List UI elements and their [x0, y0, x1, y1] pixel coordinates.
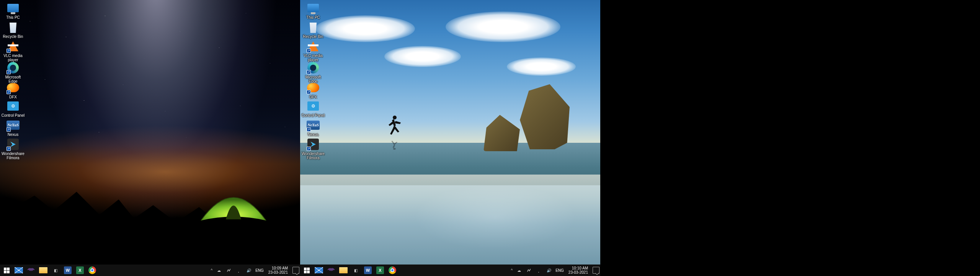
desktop-icon-nexus[interactable]: NeXuSNexus	[301, 119, 325, 137]
tray-overflow-chevron-icon[interactable]: ^	[211, 268, 212, 273]
icon-label: Recycle Bin	[301, 34, 325, 39]
desktop-icon-vlc[interactable]: VLC media player	[301, 40, 325, 62]
language-indicator[interactable]: ENG	[255, 268, 264, 273]
cloud	[384, 46, 461, 67]
desktop-icon-this-pc[interactable]: This PC	[301, 2, 325, 20]
shortcut-arrow-icon	[307, 49, 311, 53]
taskbar-clock[interactable]: 10:09 AM 23-03-2021	[267, 266, 289, 274]
taskbar-excel[interactable]: X	[74, 265, 86, 276]
shortcut-arrow-icon	[307, 147, 311, 151]
word-icon: W	[364, 266, 372, 274]
system-tray: ^ ☁ 🗲 ⡀ 🔊 ENG 10:09 AM 23-03-2021	[211, 266, 300, 274]
running-person-reflection	[386, 139, 402, 150]
system-tray: ^ ☁ 🗲 ⡀ 🔊 ENG 10:10 AM 23-03-2021	[511, 266, 600, 274]
cloud	[315, 15, 415, 42]
wifi-tray-icon[interactable]: ⡀	[235, 267, 242, 274]
wifi-tray-icon[interactable]: ⡀	[536, 267, 542, 274]
shortcut-arrow-icon	[307, 70, 311, 74]
excel-icon: X	[76, 266, 84, 274]
control-panel-icon: ⚙	[7, 101, 19, 111]
taskbar-pinned: ◧ W X	[0, 265, 98, 276]
taskbar-mail[interactable]	[13, 265, 24, 276]
desktop-icon-edge[interactable]: Microsoft Edge	[1, 61, 25, 83]
clock-time: 10:10 AM	[572, 266, 588, 270]
icon-label: Wondershare Filmora	[1, 152, 25, 160]
action-center-icon[interactable]	[292, 267, 299, 274]
mail-icon	[15, 267, 23, 273]
wallpaper-beach	[300, 0, 600, 265]
desktop-right[interactable]: This PC Recycle Bin VLC media player Mic…	[300, 0, 600, 265]
start-button[interactable]	[1, 265, 12, 276]
svg-point-0	[393, 116, 397, 119]
taskbar-misc-app[interactable]: ◧	[350, 265, 361, 276]
shortcut-arrow-icon	[7, 49, 11, 53]
app-icon: ◧	[352, 267, 359, 274]
desktop-icon-control-panel[interactable]: ⚙Control Panel	[301, 100, 325, 118]
tent-graphic	[199, 184, 268, 222]
action-center-icon[interactable]	[593, 267, 599, 274]
windows-logo-icon	[304, 268, 310, 273]
taskbar-file-explorer[interactable]	[38, 265, 49, 276]
taskbar-right: ◧ W X ^ ☁ 🗲 ⡀ 🔊 ENG 10:10 AM 23-03-2021	[300, 265, 600, 276]
taskbar-word[interactable]: W	[62, 265, 74, 276]
taskbar-chrome[interactable]	[87, 265, 98, 276]
taskbar-clock[interactable]: 10:10 AM 23-03-2021	[567, 266, 590, 274]
excel-icon: X	[376, 266, 384, 274]
screen-left: This PC Recycle Bin VLC media player Mic…	[0, 0, 300, 276]
taskbar-word[interactable]: W	[362, 265, 374, 276]
svg-point-1	[393, 148, 396, 150]
desktop-icon-filmora[interactable]: Wondershare Filmora	[1, 138, 25, 160]
desktop-icon-filmora[interactable]: Wondershare Filmora	[301, 138, 325, 160]
taskbar-excel[interactable]: X	[374, 265, 386, 276]
cloud	[446, 11, 560, 42]
tray-overflow-chevron-icon[interactable]: ^	[511, 268, 513, 273]
desktop-left[interactable]: This PC Recycle Bin VLC media player Mic…	[0, 0, 300, 265]
desktop-icon-nexus[interactable]: NeXuSNexus	[1, 119, 25, 137]
desktop-icon-dfx[interactable]: DFX	[301, 81, 325, 99]
desktop-icon-edge[interactable]: Microsoft Edge	[301, 61, 325, 83]
desktop-icon-control-panel[interactable]: ⚙Control Panel	[1, 100, 25, 118]
start-button[interactable]	[301, 265, 312, 276]
clock-date: 23-03-2021	[268, 270, 288, 274]
onedrive-tray-icon[interactable]: ☁	[216, 267, 222, 274]
this-pc-icon	[7, 4, 19, 12]
taskbar-misc-app[interactable]: ◧	[50, 265, 61, 276]
bat-icon	[27, 266, 35, 274]
taskbar-mail[interactable]	[313, 265, 325, 276]
battery-tray-icon[interactable]: 🗲	[526, 267, 532, 274]
icon-label: Nexus	[1, 132, 25, 137]
recycle-bin-icon	[308, 21, 318, 33]
taskbar-chrome[interactable]	[387, 265, 398, 276]
icon-label: Nexus	[301, 132, 325, 137]
shortcut-arrow-icon	[7, 147, 11, 151]
icon-label: Control Panel	[1, 113, 25, 118]
desktop-icon-dfx[interactable]: DFX	[1, 81, 25, 99]
sound-tray-icon[interactable]: 🔊	[245, 267, 252, 274]
icon-label: This PC	[1, 15, 25, 20]
icon-label: Wondershare Filmora	[301, 152, 325, 160]
battery-tray-icon[interactable]: 🗲	[225, 267, 232, 274]
chrome-icon	[389, 266, 396, 274]
desktop-icon-recycle-bin[interactable]: Recycle Bin	[1, 21, 25, 39]
control-panel-icon: ⚙	[307, 101, 319, 111]
desktop-icon-vlc[interactable]: VLC media player	[1, 40, 25, 62]
taskbar-bat[interactable]	[25, 265, 37, 276]
chrome-icon	[88, 266, 96, 274]
shortcut-arrow-icon	[307, 90, 311, 94]
sound-tray-icon[interactable]: 🔊	[546, 267, 552, 274]
app-icon: ◧	[52, 267, 59, 274]
this-pc-icon	[307, 4, 319, 12]
onedrive-tray-icon[interactable]: ☁	[516, 267, 523, 274]
language-indicator[interactable]: ENG	[555, 268, 564, 273]
cloud	[507, 57, 576, 76]
icon-label: Control Panel	[301, 113, 325, 118]
taskbar-pinned: ◧ W X	[300, 265, 398, 276]
taskbar-bat[interactable]	[325, 265, 337, 276]
desktop-icon-this-pc[interactable]: This PC	[1, 2, 25, 20]
taskbar-file-explorer[interactable]	[338, 265, 349, 276]
running-person	[386, 115, 402, 138]
icon-label: This PC	[301, 15, 325, 20]
icon-label: DFX	[1, 95, 25, 99]
icon-label: VLC media player	[301, 54, 325, 62]
desktop-icon-recycle-bin[interactable]: Recycle Bin	[301, 21, 325, 39]
